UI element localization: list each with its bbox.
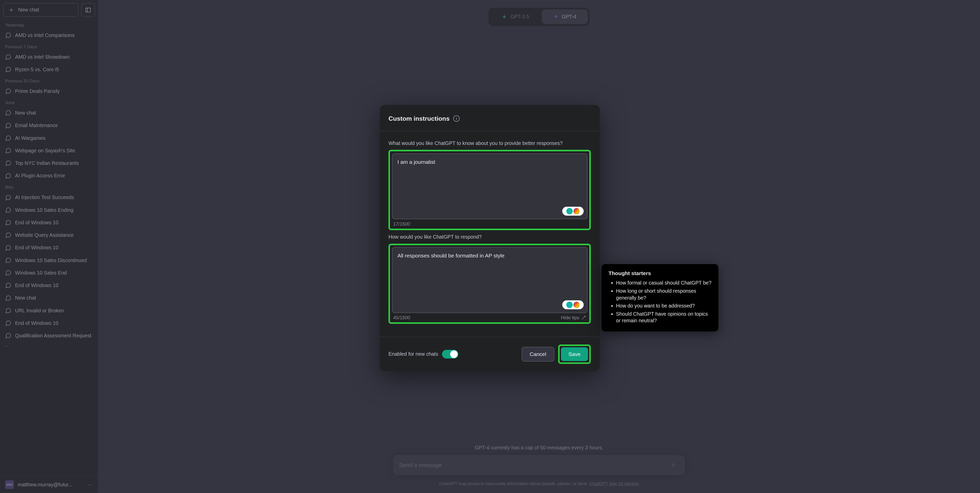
modal-title: Custom instructions [388, 115, 449, 122]
tips-popover: Thought starters How formal or casual sh… [601, 264, 718, 332]
tip-item: How long or short should responses gener… [616, 288, 711, 301]
extension-badges [562, 207, 584, 215]
badge-google-icon [573, 208, 580, 214]
info-icon[interactable]: i [453, 115, 460, 122]
char-count-2: 45/1500 [393, 315, 410, 321]
about-you-textarea[interactable] [392, 153, 587, 219]
question-2-label: How would you like ChatGPT to respond? [388, 234, 591, 240]
tip-item: How formal or casual should ChatGPT be? [616, 280, 711, 286]
enable-label: Enabled for new chats [388, 351, 438, 357]
save-button[interactable]: Save [561, 347, 588, 361]
highlight-box-1: 17/1500 [388, 150, 591, 230]
extension-badges [562, 301, 584, 309]
cancel-button[interactable]: Cancel [522, 347, 554, 362]
badge-teal-icon [566, 302, 573, 308]
badge-teal-icon [566, 208, 573, 214]
tip-item: How do you want to be addressed? [616, 302, 711, 309]
hide-tips-button[interactable]: Hide tips [561, 315, 586, 321]
tips-title: Thought starters [608, 270, 711, 276]
enable-toggle[interactable] [442, 350, 458, 358]
tip-item: Should ChatGPT have opinions on topics o… [616, 310, 711, 324]
custom-instructions-modal: Custom instructions i What would you lik… [380, 105, 600, 371]
highlight-save: Save [558, 345, 591, 364]
highlight-box-2: 45/1500 Hide tips [388, 244, 591, 324]
collapse-icon [581, 315, 586, 320]
badge-google-icon [573, 302, 580, 308]
char-count-1: 17/1500 [393, 221, 410, 227]
question-1-label: What would you like ChatGPT to know abou… [388, 140, 591, 146]
respond-textarea[interactable] [392, 247, 587, 313]
